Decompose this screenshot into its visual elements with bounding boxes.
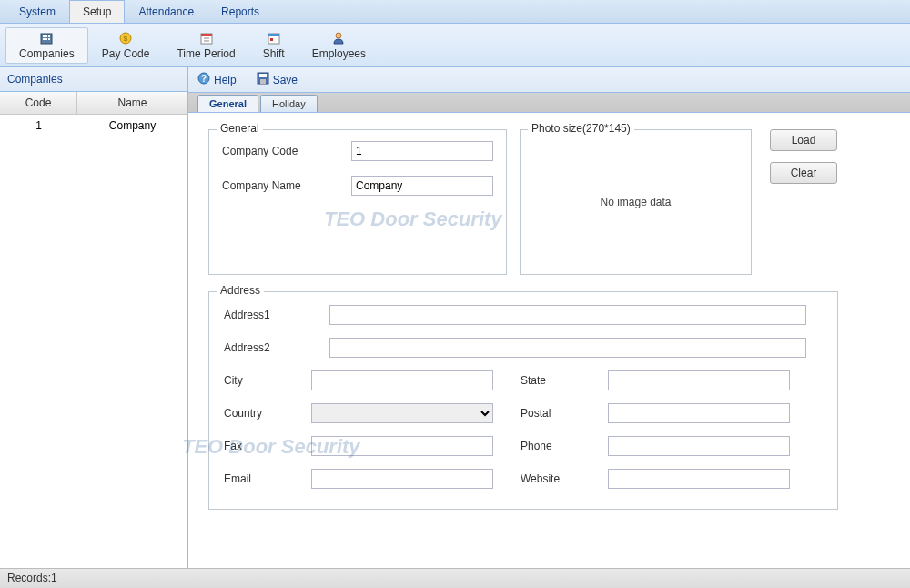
company-code-label: Company Code (222, 145, 351, 157)
help-label: Help (214, 74, 237, 86)
svg-rect-20 (259, 74, 267, 77)
svg-point-16 (336, 33, 341, 38)
save-icon (257, 72, 269, 87)
website-input[interactable] (608, 469, 790, 489)
fax-input[interactable] (311, 436, 493, 456)
timeperiod-icon (199, 31, 214, 46)
address1-input[interactable] (329, 305, 806, 325)
svg-rect-4 (43, 38, 45, 40)
main-panel: ? Help Save General Holiday General Comp… (188, 67, 910, 568)
help-button[interactable]: ? Help (197, 72, 237, 87)
toolbar-timeperiod-label: Time Period (177, 47, 235, 60)
cell-code: 1 (0, 115, 77, 137)
address1-label: Address1 (224, 309, 311, 321)
toolbar-paycode[interactable]: $ Pay Code (88, 27, 164, 64)
toolbar-paycode-label: Pay Code (102, 47, 150, 60)
sidebar: Companies Code Name 1 Company (0, 67, 188, 568)
help-icon: ? (197, 72, 210, 87)
save-button[interactable]: Save (257, 72, 298, 87)
table-row[interactable]: 1 Company (0, 115, 187, 137)
toolbar-employees[interactable]: Employees (298, 27, 379, 64)
email-input[interactable] (311, 469, 493, 489)
svg-rect-5 (46, 38, 47, 40)
svg-rect-15 (270, 38, 273, 41)
toolbar-employees-label: Employees (312, 47, 366, 60)
cell-name: Company (77, 115, 187, 137)
svg-rect-2 (46, 35, 47, 37)
toolbar-shift-label: Shift (263, 47, 285, 60)
save-label: Save (273, 74, 298, 86)
companies-icon (39, 31, 54, 46)
fieldset-address: Address Address1 Address2 City State (208, 291, 838, 510)
toolbar-timeperiod[interactable]: Time Period (163, 27, 248, 64)
grid-header-code[interactable]: Code (0, 92, 77, 114)
city-label: City (224, 374, 311, 387)
legend-address: Address (217, 284, 264, 297)
toolbar-companies-label: Companies (19, 47, 75, 60)
fieldset-photo: Photo size(270*145) No image data (520, 129, 752, 275)
menu-system[interactable]: System (5, 0, 69, 23)
svg-rect-1 (43, 35, 45, 37)
menu-attendance[interactable]: Attendance (125, 0, 207, 23)
svg-text:$: $ (124, 35, 128, 43)
toolbar: Companies $ Pay Code Time Period Shift E… (0, 24, 910, 67)
legend-general: General (217, 122, 263, 135)
svg-text:?: ? (201, 74, 207, 84)
postal-input[interactable] (608, 403, 790, 423)
phone-input[interactable] (608, 436, 790, 456)
website-label: Website (521, 472, 608, 485)
address2-label: Address2 (224, 341, 311, 354)
status-bar: Records:1 (0, 568, 910, 588)
content-area: Companies Code Name 1 Company ? Help Sav… (0, 67, 910, 568)
sidebar-title: Companies (0, 67, 187, 92)
svg-rect-21 (260, 79, 266, 84)
country-select[interactable] (311, 403, 493, 423)
tab-bar: General Holiday (188, 93, 910, 113)
menu-setup[interactable]: Setup (69, 0, 125, 23)
toolbar-companies[interactable]: Companies (5, 27, 88, 64)
paycode-icon: $ (118, 31, 133, 46)
records-count: Records:1 (7, 572, 57, 584)
fieldset-general: General Company Code Company Name (208, 129, 507, 275)
toolbar-shift[interactable]: Shift (249, 27, 298, 64)
menu-reports[interactable]: Reports (207, 0, 273, 23)
load-button[interactable]: Load (770, 129, 837, 151)
form-area: General Company Code Company Name Photo … (188, 113, 910, 568)
legend-photo: Photo size(270*145) (528, 122, 634, 135)
svg-rect-10 (201, 34, 212, 36)
clear-button[interactable]: Clear (770, 162, 837, 184)
grid-header: Code Name (0, 92, 187, 115)
no-image-text: No image data (600, 196, 671, 208)
grid-header-name[interactable]: Name (77, 92, 187, 114)
svg-rect-6 (48, 38, 50, 40)
svg-rect-14 (268, 34, 279, 36)
svg-rect-3 (48, 35, 50, 37)
shift-icon (267, 31, 281, 46)
state-label: State (521, 374, 608, 387)
menu-bar: System Setup Attendance Reports (0, 0, 910, 24)
company-name-input[interactable] (351, 176, 493, 196)
action-bar: ? Help Save (188, 67, 910, 93)
fax-label: Fax (224, 440, 311, 452)
state-input[interactable] (608, 370, 790, 390)
employees-icon (331, 31, 346, 46)
postal-label: Postal (521, 407, 608, 420)
tab-general[interactable]: General (197, 95, 258, 112)
tab-holiday[interactable]: Holiday (260, 95, 318, 112)
city-input[interactable] (311, 370, 493, 390)
company-code-input[interactable] (351, 141, 493, 161)
address2-input[interactable] (329, 338, 806, 358)
country-label: Country (224, 407, 311, 420)
phone-label: Phone (521, 440, 608, 452)
email-label: Email (224, 472, 311, 485)
company-name-label: Company Name (222, 179, 351, 192)
